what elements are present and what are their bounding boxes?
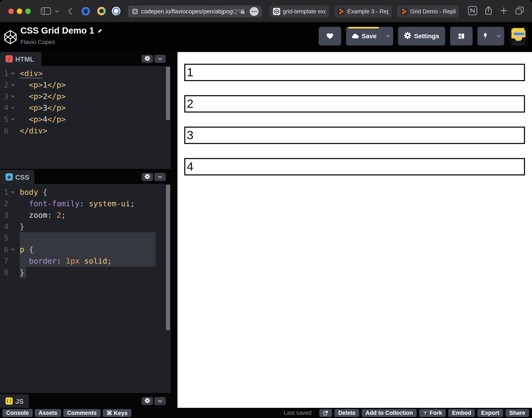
preview-box: 4: [184, 158, 525, 175]
code-token: {: [43, 188, 47, 197]
chevron-down-icon: [385, 34, 390, 39]
minimize-window-button[interactable]: [17, 9, 22, 14]
fold-arrow-icon[interactable]: [11, 84, 14, 86]
content-blocker-extension-button[interactable]: [81, 7, 90, 16]
css-code-editor[interactable]: 1body {2 font-family: system-ui;3 zoom: …: [0, 184, 170, 393]
add-to-collection-button[interactable]: Add to Collection: [362, 409, 417, 417]
browser-tab[interactable]: Grid Demo - Replit: [397, 6, 459, 17]
tab-overview-button[interactable]: [515, 6, 525, 16]
css-panel-collapse-button[interactable]: [154, 173, 166, 181]
edit-title-button[interactable]: [97, 25, 103, 36]
fold-arrow-icon[interactable]: [11, 107, 14, 109]
code-token: font-family: [29, 199, 79, 208]
more-options-button[interactable]: [249, 7, 259, 17]
html-panel-label: HTML: [15, 56, 34, 63]
fold-arrow-icon[interactable]: [11, 118, 14, 121]
ellipsis-icon: [249, 7, 259, 16]
preview-box: 3: [184, 127, 525, 144]
page-favicon: [132, 9, 138, 15]
window-controls: [8, 9, 31, 14]
share-button[interactable]: [484, 6, 493, 16]
fold-arrow-icon[interactable]: [11, 191, 14, 194]
pen-title: CSS Grid Demo 1: [20, 25, 94, 36]
notion-icon: [468, 6, 477, 15]
-keys-button[interactable]: ⌘ Keys: [103, 409, 131, 417]
code-token: border: [29, 256, 57, 265]
code-token: [20, 256, 29, 265]
pin-button[interactable]: [477, 27, 493, 46]
code-token: body: [20, 188, 38, 197]
code-token: <p>: [29, 92, 43, 101]
css-panel-settings-button[interactable]: [142, 173, 153, 181]
password-manager-extension-button[interactable]: [112, 7, 121, 16]
html-code-editor[interactable]: 1<div>2 <p>1</p>3 <p>2</p>4 <p>3</p>5 <p…: [0, 66, 170, 169]
button-label: Add to Collection: [365, 410, 413, 416]
history-back-button[interactable]: [67, 7, 73, 16]
gear-icon: [404, 32, 411, 41]
share-button[interactable]: Share: [506, 409, 529, 417]
css-panel-label: CSS: [15, 174, 29, 181]
codepen-footer: ConsoleAssetsComments⌘ Keys Last saved D…: [0, 408, 532, 418]
code-line: 1<div>: [0, 68, 170, 79]
pin-options-button[interactable]: [493, 27, 504, 46]
settings-button[interactable]: Settings: [398, 27, 445, 46]
external-button[interactable]: [319, 409, 332, 417]
user-avatar[interactable]: [509, 27, 528, 46]
code-token: [20, 92, 29, 101]
html-panel-collapse-button[interactable]: [154, 55, 166, 63]
url-text: codepen.io/flaviocopes/pen/abjpogQ?e: [141, 6, 244, 17]
js-panel-settings-button[interactable]: [142, 397, 153, 405]
tab-title: grid-template exa...: [283, 8, 326, 15]
browser-tab[interactable]: Example 3 - Replit: [334, 6, 392, 17]
console-button[interactable]: Console: [2, 409, 33, 417]
css-panel-header: * CSS: [0, 170, 178, 184]
html-editor-scrollbar[interactable]: [166, 67, 170, 120]
address-bar[interactable]: codepen.io/flaviocopes/pen/abjpogQ?e: [128, 6, 262, 17]
line-number: 7: [0, 255, 9, 267]
codepen-logo[interactable]: [4, 30, 17, 46]
fold-arrow-icon[interactable]: [11, 96, 14, 98]
code-token: 2: [57, 211, 61, 220]
back-chevron-icon: [67, 7, 73, 15]
js-panel-label: JS: [15, 398, 23, 406]
code-token: <p>: [29, 115, 43, 124]
fold-arrow-icon[interactable]: [11, 249, 14, 251]
code-line: 3 zoom: 2;: [0, 209, 170, 221]
save-options-button[interactable]: [382, 27, 393, 46]
fork-button[interactable]: Fork: [419, 409, 446, 417]
editors-column: / HTML 1<div>2 <p>1</p>3 <p>2</p>4 <p>3<…: [0, 52, 178, 408]
stop-hand-icon: [81, 7, 90, 15]
css-editor-scrollbar[interactable]: [166, 185, 170, 330]
js-panel-collapse-button[interactable]: [154, 397, 166, 405]
assets-button[interactable]: Assets: [35, 409, 61, 417]
zoom-window-button[interactable]: [25, 9, 31, 14]
comments-button[interactable]: Comments: [63, 409, 101, 417]
gear-icon: [145, 174, 150, 180]
change-view-button[interactable]: [450, 27, 473, 46]
line-number: 6: [0, 244, 9, 255]
new-tab-button[interactable]: [499, 6, 508, 16]
sidebar-toggle-button[interactable]: [41, 7, 51, 16]
browser-tab[interactable]: grid-template exa...: [270, 6, 329, 17]
sidebar-options-button[interactable]: [54, 9, 59, 15]
save-button[interactable]: Save: [346, 27, 382, 46]
close-window-button[interactable]: [8, 9, 14, 14]
button-label: Embed: [452, 410, 471, 416]
html-panel-settings-button[interactable]: [142, 55, 153, 63]
notion-extension-button[interactable]: [468, 6, 477, 16]
fold-arrow-icon[interactable]: [11, 73, 14, 75]
tab-js[interactable]: [0, 394, 29, 408]
pen-author: Flavio Copes: [20, 39, 55, 46]
code-token: <p>: [29, 104, 43, 112]
tracker-extension-button[interactable]: [97, 7, 106, 15]
delete-button[interactable]: Delete: [334, 409, 359, 417]
export-button[interactable]: Export: [477, 409, 503, 417]
like-button[interactable]: [319, 27, 341, 46]
share-icon: [484, 6, 493, 15]
embed-button[interactable]: Embed: [448, 409, 475, 417]
code-token: [38, 188, 43, 197]
code-token: :: [47, 211, 52, 220]
code-token: p: [20, 245, 24, 254]
line-number: 1: [0, 186, 9, 198]
code-line: 8}: [0, 267, 170, 278]
